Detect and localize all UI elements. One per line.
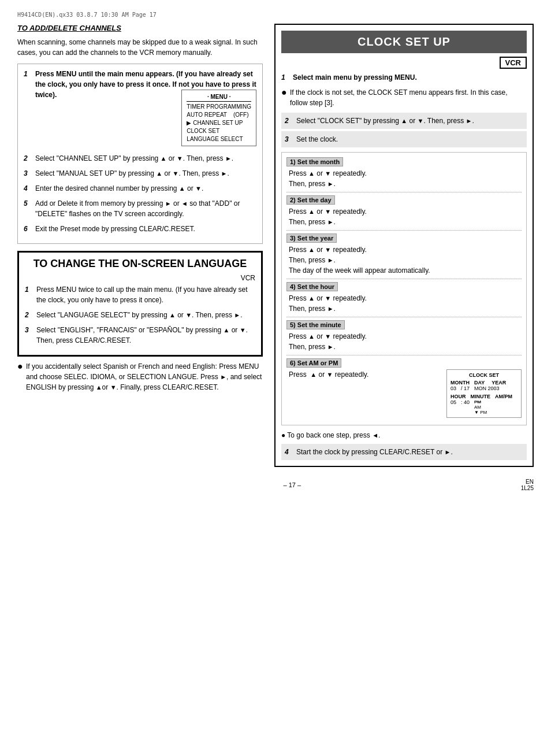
step-6: 6 Exit the Preset mode by pressing CLEAR…: [24, 224, 256, 234]
cs-year-val: MON 2003: [474, 386, 500, 391]
menu-item-channel: CHANNEL SET UP: [187, 119, 251, 127]
clock-sub-1-content: Press ▲ or ▼ repeatedly. Then, press ►.: [286, 168, 522, 189]
page: H9414CD(EN).qx33 03.8.7 10:30 AM Page 17…: [0, 0, 551, 756]
lang-step-2: 2 Select "LANGUAGE SELECT" by pressing ▲…: [25, 310, 255, 320]
step-6-text: Exit the Preset mode by pressing CLEAR/C…: [35, 224, 256, 234]
cs-minute-val: : 40: [461, 399, 470, 415]
clock-sub-6: 6) Set AM or PM CLOCK SET MONTH DAY YEAR…: [286, 358, 522, 418]
right-vcr-badge: VCR: [281, 57, 527, 69]
cs-title: CLOCK SET: [451, 372, 518, 378]
file-header: H9414CD(EN).qx33 03.8.7 10:30 AM Page 17: [17, 12, 534, 18]
lang-bullet-1-text: If you accidentally select Spanish or Fr…: [26, 361, 263, 392]
cs-values-row1: 03 / 17 MON 2003: [451, 386, 518, 391]
clock-step-4-text: Start the clock by pressing CLEAR/C.RESE…: [296, 447, 523, 457]
step-3-text: Select "MANUAL SET UP" by pressing ▲ or …: [35, 168, 256, 179]
clock-sub-4: 4) Set the hour Press ▲ or ▼ repeatedly.…: [286, 282, 522, 314]
clock-sub-2-content: Press ▲ or ▼ repeatedly. Then, press ►.: [286, 206, 522, 227]
clock-step-2: 2 Select "CLOCK SET" by pressing ▲ or ▼.…: [285, 116, 523, 126]
clock-sub-5: 5) Set the minute Press ▲ or ▼ repeatedl…: [286, 320, 522, 352]
step-5-text: Add or Delete it from memory by pressing…: [35, 198, 256, 219]
cs-year-label: YEAR: [492, 380, 506, 386]
menu-inset: · MENU · TIMER PROGRAMMING AUTO REPEAT (…: [181, 90, 256, 146]
clock-set-inset: CLOCK SET MONTH DAY YEAR 03 / 17 MON 200…: [446, 369, 522, 418]
clock-bullet-text: If the clock is not set, the CLOCK SET m…: [290, 87, 527, 108]
clock-sub-4-content: Press ▲ or ▼ repeatedly. Then, press ►.: [286, 293, 522, 314]
clock-step-1-num: 1: [281, 72, 289, 83]
lang-step-3-num: 3: [25, 325, 33, 335]
cs-header-row2: HOUR MINUTE AM/PM: [451, 394, 518, 399]
step-1: 1 Press MENU until the main menu appears…: [24, 69, 256, 149]
right-vcr-badge-text: VCR: [500, 57, 527, 69]
step-3: 3 Select "MANUAL SET UP" by pressing ▲ o…: [24, 168, 256, 179]
step-2-text: Select "CHANNEL SET UP" by pressing ▲ or…: [35, 153, 256, 164]
clock-sub-3-content: Press ▲ or ▼ repeatedly. Then, press ►. …: [286, 244, 522, 276]
menu-item-language: LANGUAGE SELECT: [187, 135, 251, 143]
clock-step-3-text: Set the clock.: [296, 134, 523, 144]
clock-set-up-header: CLOCK SET UP: [281, 31, 527, 53]
page-code: EN 1L25: [521, 479, 534, 491]
right-column: CLOCK SET UP VCR 1 Select main menu by p…: [274, 24, 534, 467]
lang-step-1: 1 Press MENU twice to call up the main m…: [25, 284, 255, 305]
clock-step-3: 3 Set the clock.: [285, 134, 523, 144]
divider-4: [286, 317, 522, 317]
divider-5: [286, 355, 522, 355]
page-footer: – 17 – EN 1L25: [17, 479, 534, 491]
clock-step-1-bold: Select main menu by pressing MENU.: [293, 73, 417, 81]
clock-sub-5-content: Press ▲ or ▼ repeatedly. Then, press ►.: [286, 331, 522, 352]
divider-3: [286, 279, 522, 279]
step-4: 4 Enter the desired channel number by pr…: [24, 183, 256, 194]
clock-sub-1: 1) Set the month Press ▲ or ▼ repeatedly…: [286, 157, 522, 189]
cs-hour-val: 05: [451, 399, 456, 415]
cs-day-label: DAY: [474, 380, 485, 386]
step-1-text: Press MENU until the main menu appears. …: [35, 69, 256, 149]
menu-item-timer: TIMER PROGRAMMING: [187, 103, 251, 111]
clock-sub-6-label: 6) Set AM or PM: [286, 358, 341, 368]
clock-step-4-box: 4 Start the clock by pressing CLEAR/C.RE…: [281, 444, 527, 460]
clock-sub-2-label: 2) Set the day: [286, 195, 335, 205]
clock-sub-5-label: 5) Set the minute: [286, 320, 345, 329]
clock-sub-3: 3) Set the year Press ▲ or ▼ repeatedly.…: [286, 234, 522, 276]
add-delete-title: TO ADD/DELETE CHANNELS: [17, 24, 263, 32]
clock-sub-1-label: 1) Set the month: [286, 157, 343, 166]
cs-ampm-arrow-pm: ▼ PM: [474, 410, 487, 415]
clock-step-2-box: 2 Select "CLOCK SET" by pressing ▲ or ▼.…: [281, 113, 527, 129]
divider-1: [286, 192, 522, 192]
menu-inset-title: · MENU ·: [187, 92, 251, 102]
clock-step-3-num: 3: [285, 134, 293, 144]
step-6-num: 6: [24, 224, 32, 234]
change-language-section: TO CHANGE THE ON-SCREEN LANGUAGE VCR 1 P…: [17, 251, 263, 357]
cs-ampm-label: AM/PM: [495, 394, 512, 399]
lang-step-1-text: Press MENU twice to call up the main men…: [36, 284, 255, 305]
clock-step-2-text: Select "CLOCK SET" by pressing ▲ or ▼. T…: [296, 116, 523, 126]
menu-item-auto: AUTO REPEAT (OFF): [187, 111, 251, 119]
back-step-bullet: ● To go back one step, press ◄.: [281, 430, 527, 440]
lang-step-2-text: Select "LANGUAGE SELECT" by pressing ▲ o…: [36, 310, 255, 320]
clock-sub-2: 2) Set the day Press ▲ or ▼ repeatedly. …: [286, 195, 522, 227]
lang-bullet-1: ● If you accidentally select Spanish or …: [17, 361, 263, 392]
cs-month-val: 03: [451, 386, 456, 391]
step-2-num: 2: [24, 153, 32, 164]
change-language-title: TO CHANGE THE ON-SCREEN LANGUAGE: [25, 257, 255, 270]
add-delete-steps-box: 1 Press MENU until the main menu appears…: [17, 64, 263, 244]
lang-step-1-num: 1: [25, 284, 33, 295]
clock-sub-3-label: 3) Set the year: [286, 234, 337, 243]
step-2: 2 Select "CHANNEL SET UP" by pressing ▲ …: [24, 153, 256, 164]
clock-step-1-text: Select main menu by pressing MENU.: [293, 72, 527, 83]
left-column: TO ADD/DELETE CHANNELS When scanning, so…: [17, 24, 263, 467]
page-number: – 17 –: [64, 481, 521, 488]
clock-step-4-num: 4: [285, 447, 293, 457]
vcr-badge-change-lang: VCR: [25, 274, 255, 282]
cs-ampm-pm-strikethrough: PM: [474, 399, 487, 405]
add-delete-intro: When scanning, some channels may be skip…: [17, 37, 263, 58]
clock-substeps-area: 1) Set the month Press ▲ or ▼ repeatedly…: [281, 152, 527, 425]
clock-step-1: 1 Select main menu by pressing MENU.: [281, 72, 527, 83]
step-4-text: Enter the desired channel number by pres…: [35, 183, 256, 194]
vcr-badge-text: VCR: [241, 274, 255, 282]
cs-day-val: / 17: [461, 386, 470, 391]
cs-values-row2: 05 : 40 PM AM ▼ PM: [451, 399, 518, 415]
cs-ampm-val: PM AM ▼ PM: [474, 399, 487, 415]
menu-item-clock: CLOCK SET: [187, 127, 251, 135]
divider-2: [286, 230, 522, 231]
cs-ampm-am: AM: [474, 405, 487, 410]
step-1-num: 1: [24, 69, 32, 79]
